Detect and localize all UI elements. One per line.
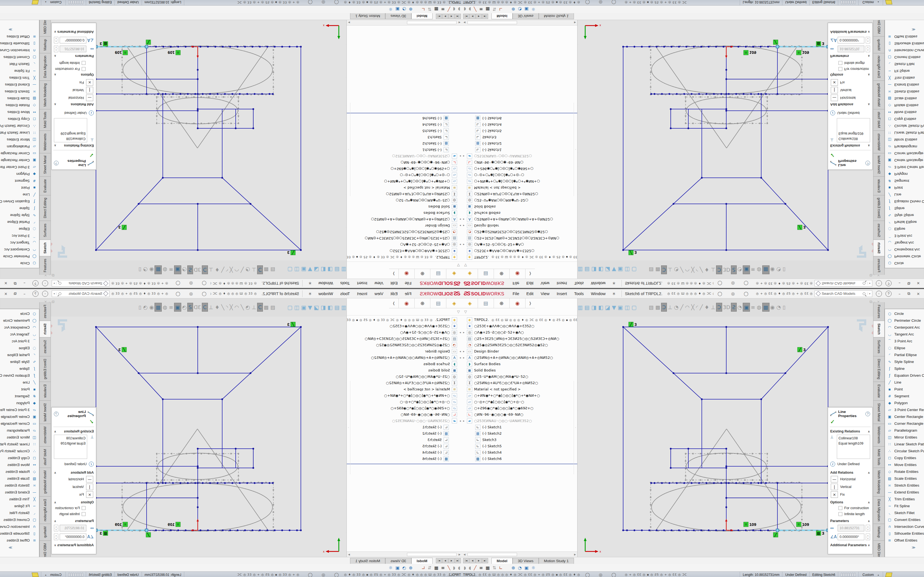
view-toolbar-icon[interactable]: ≡ bbox=[441, 565, 445, 571]
sketch-toolbar-icon[interactable]: ◔ bbox=[673, 303, 680, 311]
panel-tab[interactable]: ◈ bbox=[462, 298, 478, 308]
view-toolbar-icon[interactable] bbox=[415, 565, 418, 570]
help-icon[interactable]: ? bbox=[885, 280, 892, 287]
tree-splitter[interactable] bbox=[347, 113, 462, 113]
flyout-menu-item[interactable]: ƒ Equation Driven Curve bbox=[0, 372, 39, 379]
more-commands-icon[interactable]: ≫ bbox=[885, 544, 924, 550]
expand-arrow[interactable]: ▸ bbox=[457, 350, 461, 353]
panel-tab-more-icon[interactable]: ❭ bbox=[389, 269, 399, 279]
expand-arrow[interactable]: ▸ bbox=[457, 419, 461, 422]
minimize-button[interactable]: – bbox=[20, 290, 29, 297]
ok-check-icon[interactable]: ✓ bbox=[828, 419, 872, 426]
tree-row[interactable]: ∟ ○ИN◦96◦◉○◎○◉◦69◦NИ○ bbox=[347, 160, 462, 166]
feature-toolbar-icon[interactable]: ▥ bbox=[341, 266, 347, 274]
view-orb-icons[interactable]: ◯ ◎ ◯ bbox=[172, 291, 207, 296]
checkbox[interactable] bbox=[838, 506, 842, 510]
option-row[interactable]: For construction bbox=[52, 505, 96, 511]
flyout-menu-item[interactable]: ∼ Fit Spline bbox=[885, 503, 924, 509]
relations-listbox[interactable]: Collinear108Equal length109 bbox=[837, 118, 870, 142]
tree-row[interactable]: ▸ ▰ ○253ƐИNAU◦○◎○◦UANИƐ352○ bbox=[462, 417, 577, 424]
tree-row[interactable]: ▸ ▭ Design Binder bbox=[347, 222, 462, 229]
tree-row[interactable]: ∟ ○ИN◦96◦◉○◎○◉◦69◦NИ○ bbox=[462, 160, 577, 166]
existing-relations-section[interactable]: Existing Relations ∧ bbox=[828, 143, 872, 150]
add-relation-row[interactable]: × Fix bbox=[828, 79, 872, 86]
command-tab[interactable]: Mesh Modeling bbox=[39, 81, 51, 109]
units-selector[interactable]: Custom ▴ bbox=[858, 572, 883, 577]
quick-access-icons[interactable]: ◎ ƐƐ ◎ Ш ◎ ◎ ◎ ♦ ◎ ƆC ◎ ƐƐ ◎ + ◎ bbox=[667, 292, 714, 295]
tree-row[interactable]: ★ ○253Ɛ+◉ΛΛΦ○◎○ΦΛΛ◉+Ɛ352○ bbox=[462, 248, 577, 254]
sketch-toolbar-icon[interactable]: ◠ bbox=[684, 266, 691, 274]
sketch-toolbar-icon[interactable]: ▧ bbox=[270, 266, 276, 274]
sketch-toolbar-icon[interactable]: ◔ bbox=[673, 266, 680, 274]
sketch-toolbar-icon[interactable]: ╱ bbox=[699, 303, 703, 311]
add-relation-row[interactable]: | Vertical bbox=[828, 86, 872, 94]
tree-row[interactable]: ◗ Surface Bodies bbox=[347, 361, 462, 367]
minimize-button[interactable]: – bbox=[895, 280, 904, 287]
flyout-menu-item[interactable]: ∩ Intersection Curve bbox=[0, 47, 39, 54]
view-toolbar-icon[interactable]: ▣ bbox=[524, 7, 528, 12]
flyout-menu-item[interactable]: ⌒ 3 Point Arc bbox=[885, 338, 924, 345]
command-tab[interactable]: Features bbox=[39, 302, 51, 321]
command-tab[interactable]: Mesh Modeling bbox=[39, 468, 51, 496]
sketch-toolbar-icon[interactable]: ◉ bbox=[149, 303, 155, 311]
search-dropdown-icon[interactable]: ▾ bbox=[53, 292, 57, 295]
command-tab[interactable]: Surfaces bbox=[39, 337, 51, 356]
tree-row[interactable]: ∟ (-) Sketch5 bbox=[347, 443, 462, 449]
flyout-menu-item[interactable]: — Extend Entities bbox=[885, 81, 924, 88]
filter-icon[interactable]: ▽ bbox=[464, 309, 467, 314]
search-input[interactable]: Search CAD Models bbox=[61, 281, 102, 285]
flyout-menu-item[interactable]: ◯ Perimeter Circle bbox=[885, 253, 924, 260]
flyout-menu-item[interactable]: ◡ Tangent Arc bbox=[885, 239, 924, 246]
quick-tip-icon[interactable] bbox=[883, 0, 896, 5]
sketch-toolbar-icon[interactable]: Ɔ bbox=[661, 303, 667, 311]
view-toolbar-icon[interactable]: ▦ bbox=[434, 565, 438, 571]
tree-row[interactable]: ◍ ○25◦U*◉AM○◎○MA◉*U◦52○ bbox=[347, 373, 462, 380]
view-toolbar-icon[interactable]: ≡ bbox=[479, 7, 483, 12]
menu-item[interactable]: File bbox=[402, 280, 415, 287]
help-icon[interactable]: ? bbox=[32, 280, 39, 287]
view-orb-icons[interactable]: ◯ ◎ ◯ bbox=[172, 281, 207, 286]
feature-toolbar-icon[interactable]: ◪ bbox=[313, 303, 320, 312]
tree-row[interactable]: ◼ Solid Bodies bbox=[462, 367, 577, 373]
sketch-toolbar-icon[interactable]: ▣ bbox=[743, 266, 750, 274]
tree-row[interactable]: ∟ (-) Sketch5 bbox=[462, 128, 577, 134]
sketch-toolbar-icon[interactable]: ╱ bbox=[679, 303, 684, 311]
flyout-menu-item[interactable]: ◠ Centerpoint Arc bbox=[885, 246, 924, 253]
tree-row[interactable]: ◔ ○25◉◎25ИN3Ɛ25○◎○52Ɛ3NИ52◎◉52○ bbox=[347, 342, 462, 348]
tree-row[interactable]: ◗ Surface Bodies bbox=[347, 210, 462, 216]
sketch-toolbar-icon[interactable]: ◔ bbox=[142, 303, 149, 311]
tree-row[interactable]: ▤ ○25+3Ɛ25○ИN◎+ƆƐ3И25○◎○52И3ƐƆ+◎NИ○ bbox=[347, 235, 462, 242]
pin-icon[interactable]: ★ bbox=[307, 280, 313, 286]
feature-toolbar-icon[interactable]: ▥ bbox=[577, 303, 583, 312]
document-tab[interactable]: Model bbox=[491, 558, 513, 564]
document-tab[interactable]: Model bbox=[411, 558, 433, 564]
flyout-menu-item[interactable]: ▱ Parallelogram bbox=[0, 427, 39, 434]
relation-button-icon[interactable]: — bbox=[831, 476, 838, 482]
flyout-menu-item[interactable]: ▭ Corner Rectangle bbox=[0, 150, 39, 157]
feature-toolbar-icon[interactable]: ▥ bbox=[577, 266, 583, 274]
document-tab[interactable]: Model bbox=[491, 13, 513, 19]
tree-row[interactable]: ▤ ○25+3Ɛ25○ИN◎+ƆƐ3И25○◎○52И3ƐƆ+◎NИ○ bbox=[347, 335, 462, 342]
panel-splitter-handle[interactable]: ◦ bbox=[573, 381, 577, 474]
feature-toolbar-icon[interactable]: ▣ bbox=[617, 266, 624, 274]
parameter-input[interactable]: 10.88152731 bbox=[60, 525, 86, 531]
restore-button[interactable]: ⧉ bbox=[11, 280, 19, 287]
command-tab[interactable]: Mesh Modeling bbox=[873, 81, 885, 109]
sketch-toolbar-icon[interactable]: ╳ bbox=[229, 303, 233, 311]
filter-icon[interactable]: ▽ bbox=[457, 309, 460, 314]
view-toolbar-icon[interactable]: ▣ bbox=[524, 565, 528, 571]
command-tab[interactable]: Markup bbox=[873, 36, 885, 53]
spinner-control[interactable]: ▴▾ bbox=[54, 46, 58, 52]
tree-row[interactable]: ∟ ○ИN◦96◦◉○◎○◉◦69◦NИ○ bbox=[347, 411, 462, 417]
tree-row[interactable]: ▸ A ○25ИN◎+A+◎ИNA○◎○ANИ◎+A+◎NИ52○ bbox=[347, 355, 462, 361]
sketch-toolbar-icon[interactable]: Ɔ bbox=[202, 266, 208, 274]
menu-item[interactable]: File bbox=[509, 280, 522, 287]
view-toolbar-icon[interactable]: ∟ bbox=[421, 565, 425, 571]
filter-icon[interactable]: ▽ bbox=[464, 263, 467, 268]
flyout-menu-item[interactable]: ╳ Trim Entities bbox=[885, 496, 924, 503]
sketch-toolbar-icon[interactable]: ♦ bbox=[704, 266, 710, 274]
flyout-menu-item[interactable]: ⌒ 3 Point Arc bbox=[0, 338, 39, 345]
flyout-menu-item[interactable]: — Extend Entities bbox=[0, 81, 39, 88]
relations-listbox[interactable]: Collinear108Equal length109 bbox=[54, 118, 87, 142]
command-tab[interactable]: Mold Tools bbox=[39, 109, 51, 131]
